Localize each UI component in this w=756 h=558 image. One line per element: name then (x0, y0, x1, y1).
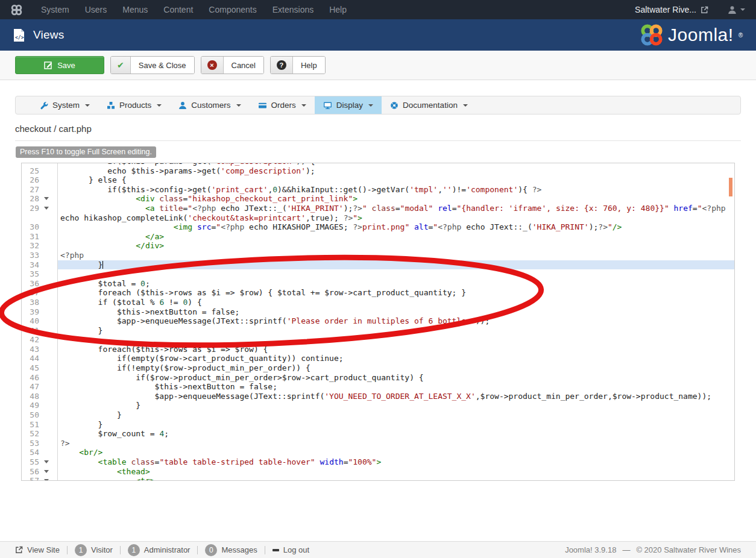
code-line-51[interactable]: 51 } (22, 420, 734, 430)
code-editor[interactable]: if($this->params->get('comp_description'… (21, 163, 735, 481)
code-line[interactable]: echo hikashop_completeLink('checkout&tas… (22, 213, 734, 223)
code-line-35[interactable]: 35 (22, 269, 734, 279)
code-line-47[interactable]: 47 $this->nextButton = false; (22, 382, 734, 392)
code-line-39[interactable]: 39 $this->nextButton = false; (22, 307, 734, 317)
page-header: </> Views Joomla! ® (0, 19, 756, 51)
topbar-menu-extensions[interactable]: Extensions (265, 5, 321, 14)
code-line-45[interactable]: 45 if(!empty($row->product_min_per_order… (22, 363, 734, 373)
code-line-31[interactable]: 31 </a> (22, 232, 734, 242)
line-number: 53 (22, 439, 58, 448)
scrollbar-marker[interactable] (729, 178, 732, 196)
code-text: <tr> (58, 476, 734, 481)
topbar-menu-menus[interactable]: Menus (115, 5, 156, 14)
status-messages[interactable]: 0Messages (205, 544, 257, 556)
code-text (58, 269, 734, 279)
chevron-down-icon (157, 104, 162, 107)
code-line-55[interactable]: 55 <table class="table table-striped tab… (22, 457, 734, 467)
status-administrator[interactable]: 1Administrator (128, 544, 191, 556)
code-line-53[interactable]: 53?> (22, 439, 734, 448)
code-line-57[interactable]: 57 <tr> (22, 476, 734, 481)
fold-arrow-icon[interactable] (44, 479, 49, 481)
status-visitor[interactable]: 1Visitor (75, 544, 113, 556)
code-line-27[interactable]: 27 if($this->config->get('print_cart',0)… (22, 185, 734, 195)
code-line-33[interactable]: 33<?php (22, 251, 734, 260)
fold-arrow-icon[interactable] (44, 207, 49, 210)
tab-label: Orders (271, 101, 296, 110)
code-line-44[interactable]: 44 if(empty($row->cart_product_quantity)… (22, 354, 734, 363)
line-number: 55 (22, 457, 58, 467)
fold-arrow-icon[interactable] (44, 470, 49, 473)
save-close-button[interactable]: ✔ Save & Close (110, 56, 195, 74)
code-line-40[interactable]: 40 $app->enqueueMessage(JText::sprintf('… (22, 316, 734, 326)
code-text: echo hikashop_completeLink('checkout&tas… (58, 213, 734, 223)
line-number: 49 (22, 401, 58, 410)
topbar-menu-components[interactable]: Components (201, 5, 264, 14)
topbar-menu-content[interactable]: Content (156, 5, 201, 14)
line-number: 36 (22, 279, 58, 289)
line-number: 30 (22, 222, 58, 232)
tab-label: Display (336, 101, 363, 110)
code-line-28[interactable]: 28 <div class="hikashop_checkout_cart_pr… (22, 194, 734, 204)
toolbar: Save ✔ Save & Close × Cancel ? Help (0, 51, 756, 80)
code-line-36[interactable]: 36 $total = 0; (22, 279, 734, 289)
code-line-30[interactable]: 30 <img src="<?php echo HIKASHOP_IMAGES;… (22, 222, 734, 232)
line-number: 26 (22, 175, 58, 185)
line-number: 31 (22, 232, 58, 242)
code-file-icon: </> (13, 28, 25, 42)
user-icon (728, 5, 737, 14)
code-line-46[interactable]: 46 if($row->product_min_per_order>$row->… (22, 373, 734, 383)
code-line-38[interactable]: 38 if ($total % 6 != 0) { (22, 298, 734, 307)
hikashop-menu-bar: SystemProductsCustomersOrdersDisplayDocu… (15, 96, 741, 114)
code-line-26[interactable]: 26 } else { (22, 175, 734, 185)
code-text: if ($total % 6 != 0) { (58, 298, 734, 307)
status-view-site[interactable]: View Site (15, 545, 60, 554)
tab-products[interactable]: Products (98, 96, 170, 114)
code-line-43[interactable]: 43 foreach($this->rows as $i => $row) { (22, 345, 734, 354)
site-preview-link[interactable]: Saltwater Rive... (635, 5, 708, 14)
save-button[interactable]: Save (15, 56, 104, 74)
fold-arrow-icon[interactable] (44, 197, 49, 200)
topbar-menu-system[interactable]: System (33, 5, 77, 14)
line-number: 52 (22, 429, 58, 439)
line-number: 34 (22, 260, 58, 270)
tab-system[interactable]: System (31, 96, 98, 114)
code-text: if(!empty($row->product_min_per_order)) … (58, 363, 734, 373)
code-text: if(empty($row->cart_product_quantity)) c… (58, 354, 734, 363)
code-text: </a> (58, 232, 734, 242)
tab-label: Documentation (403, 101, 458, 110)
code-line-32[interactable]: 32 </div> (22, 241, 734, 251)
tab-customers[interactable]: Customers (170, 96, 249, 114)
tab-display[interactable]: Display (315, 96, 382, 114)
code-line-37[interactable]: 37 foreach ($this->rows as $i => $row) {… (22, 288, 734, 298)
code-line-29[interactable]: 29 <a title="<?php echo JText::_('HIKA_P… (22, 204, 734, 213)
user-menu[interactable] (728, 5, 745, 14)
count-badge: 1 (75, 544, 87, 556)
fold-arrow-icon[interactable] (44, 460, 49, 463)
code-text: } else { (58, 175, 734, 185)
tab-orders[interactable]: Orders (250, 96, 315, 114)
tab-documentation[interactable]: Documentation (382, 96, 476, 114)
code-line-48[interactable]: 48 $app->enqueueMessage(JText::sprintf('… (22, 392, 734, 401)
code-line-54[interactable]: 54 <br/> (22, 448, 734, 457)
code-line-42[interactable]: 42 (22, 335, 734, 345)
code-line-41[interactable]: 41 } (22, 326, 734, 336)
admin-top-bar: SystemUsersMenusContentComponentsExtensi… (0, 0, 756, 19)
question-circle-icon: ? (277, 60, 286, 70)
line-number: 28 (22, 194, 58, 204)
code-line-52[interactable]: 52 $row_count = 4; (22, 429, 734, 439)
help-button[interactable]: ? Help (270, 56, 326, 74)
code-line-56[interactable]: 56 <thead> (22, 467, 734, 477)
line-number: 42 (22, 335, 58, 345)
topbar-menu-users[interactable]: Users (77, 5, 115, 14)
code-line-50[interactable]: 50 } (22, 410, 734, 420)
code-text: if($row->product_min_per_order>$row->car… (58, 373, 734, 383)
topbar-menu-help[interactable]: Help (321, 5, 354, 14)
code-line-34[interactable]: 34 } (22, 260, 734, 270)
cancel-button[interactable]: × Cancel (201, 56, 264, 74)
code-text: ?> (58, 439, 734, 448)
status-log-out[interactable]: Log out (272, 545, 309, 554)
code-text: } (58, 326, 734, 336)
code-line-25[interactable]: 25 echo $this->params->get('comp_descrip… (22, 166, 734, 176)
code-line-49[interactable]: 49 } (22, 401, 734, 410)
wrench-icon (40, 101, 48, 110)
